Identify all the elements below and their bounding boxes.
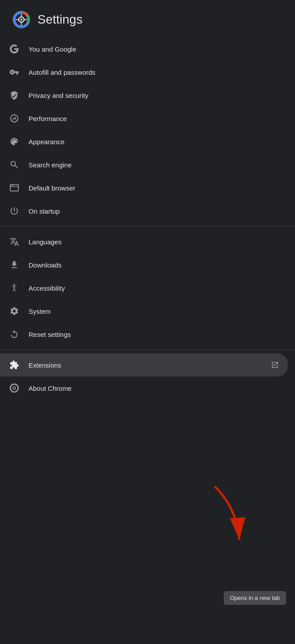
sidebar-item-reset-settings[interactable]: Reset settings [0, 323, 288, 346]
nav-divider-1 [0, 226, 295, 227]
opens-in-new-tab-tooltip: Opens in a new tab [224, 591, 286, 605]
settings-nav: You and Google Autofill and passwords Pr… [0, 37, 295, 400]
svg-point-12 [12, 185, 13, 186]
sidebar-item-label: Search engine [29, 161, 279, 169]
settings-header: Settings [0, 0, 295, 37]
extensions-icon [9, 360, 20, 370]
sidebar-item-label: Languages [29, 238, 279, 246]
svg-point-11 [11, 185, 12, 186]
sidebar-item-label: Downloads [29, 261, 279, 269]
power-icon [9, 206, 20, 216]
sidebar-item-privacy[interactable]: Privacy and security [0, 84, 288, 107]
sidebar-item-label: Default browser [29, 184, 279, 192]
svg-point-5 [20, 18, 23, 21]
sidebar-item-label: Extensions [29, 361, 262, 369]
about-chrome-icon [9, 383, 20, 393]
browser-icon [9, 182, 20, 193]
page-title: Settings [37, 12, 82, 27]
sidebar-item-system[interactable]: System [0, 300, 288, 323]
search-icon [9, 159, 20, 170]
sidebar-item-performance[interactable]: Performance [0, 107, 288, 130]
nav-divider-2 [0, 349, 295, 350]
sidebar-item-label: About Chrome [29, 385, 279, 392]
svg-point-15 [13, 387, 15, 389]
google-icon [9, 44, 20, 54]
chrome-logo-icon [12, 11, 30, 28]
sidebar-item-label: System [29, 308, 279, 315]
sidebar-item-search-engine[interactable]: Search engine [0, 153, 288, 176]
accessibility-icon [9, 283, 20, 293]
gauge-icon [9, 113, 20, 124]
sidebar-item-about-chrome[interactable]: About Chrome [0, 377, 288, 400]
sidebar-item-label: You and Google [29, 45, 279, 53]
svg-point-8 [14, 118, 15, 119]
nav-group-2: Languages Downloads Accessibility [0, 230, 295, 346]
download-icon [9, 259, 20, 270]
system-icon [9, 306, 20, 316]
translate-icon [9, 236, 20, 247]
sidebar-item-downloads[interactable]: Downloads [0, 253, 288, 276]
sidebar-item-accessibility[interactable]: Accessibility [0, 276, 288, 300]
sidebar-item-label: Autofill and passwords [29, 69, 279, 76]
sidebar-item-on-startup[interactable]: On startup [0, 199, 288, 223]
sidebar-item-autofill[interactable]: Autofill and passwords [0, 61, 288, 84]
shield-icon [9, 90, 20, 101]
arrow-annotation [201, 482, 255, 555]
sidebar-item-label: Reset settings [29, 331, 279, 338]
sidebar-item-default-browser[interactable]: Default browser [0, 176, 288, 199]
sidebar-item-label: Appearance [29, 138, 279, 146]
external-link-badge [271, 361, 279, 369]
sidebar-item-label: Performance [29, 115, 279, 122]
sidebar-item-label: Accessibility [29, 284, 279, 292]
sidebar-item-appearance[interactable]: Appearance [0, 130, 288, 153]
sidebar-item-label: On startup [29, 207, 279, 215]
nav-group-1: You and Google Autofill and passwords Pr… [0, 37, 295, 223]
open-in-new-icon [271, 361, 279, 369]
sidebar-item-you-and-google[interactable]: You and Google [0, 37, 288, 61]
key-icon [9, 67, 20, 77]
nav-group-3: Extensions About Chrome [0, 353, 295, 400]
sidebar-item-languages[interactable]: Languages [0, 230, 288, 253]
sidebar-item-extensions[interactable]: Extensions [0, 353, 288, 377]
reset-icon [9, 329, 20, 340]
svg-point-13 [13, 284, 15, 286]
sidebar-item-label: Privacy and security [29, 92, 279, 99]
palette-icon [9, 136, 20, 147]
